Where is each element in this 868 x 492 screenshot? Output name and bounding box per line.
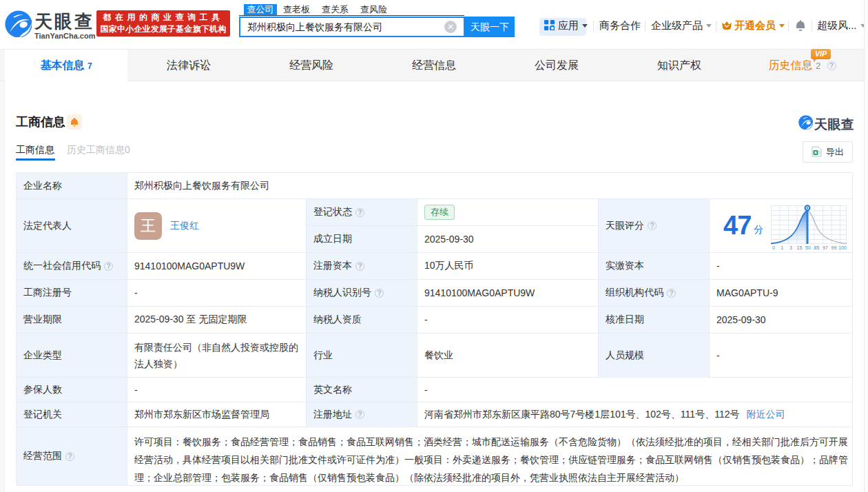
svg-text:0: 0: [772, 245, 775, 250]
svg-text:15: 15: [797, 245, 803, 250]
svg-text:3: 3: [789, 245, 792, 250]
svg-text:85: 85: [814, 245, 820, 250]
svg-text:50: 50: [805, 245, 811, 250]
svg-text:100: 100: [838, 245, 847, 250]
svg-text:97: 97: [823, 245, 828, 250]
svg-text:1: 1: [781, 245, 784, 250]
svg-text:99: 99: [831, 245, 837, 250]
